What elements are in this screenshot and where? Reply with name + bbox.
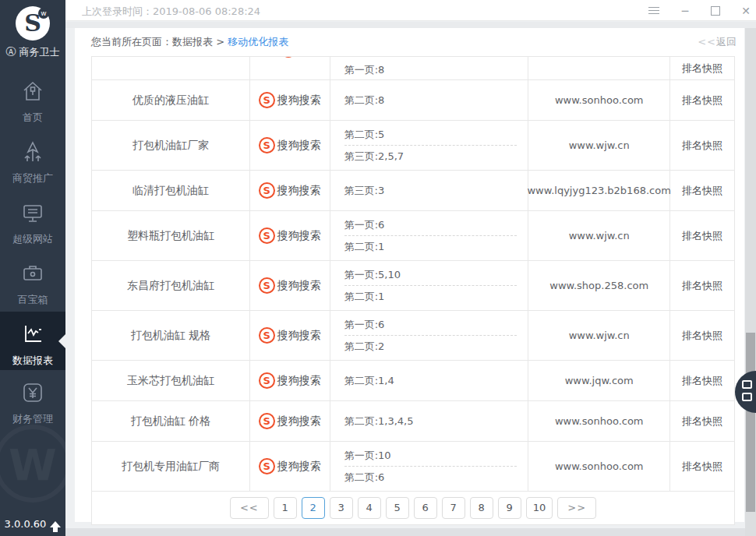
pagination-page-3[interactable]: 3 — [330, 497, 353, 519]
rank-line: 第三页:3 — [344, 180, 518, 201]
search-engine-label: 搜狗搜索 — [277, 93, 321, 108]
pagination-page-8[interactable]: 8 — [470, 497, 493, 519]
snapshot-link[interactable]: 排名快照 — [670, 361, 734, 400]
keyword-cell: 优质的液压油缸 — [92, 80, 250, 120]
minimize-icon[interactable]: ─ — [680, 5, 691, 16]
home-icon — [21, 91, 44, 106]
rank-cell: 第二页:5第三页:2,5,7 — [330, 121, 529, 170]
snapshot-link[interactable]: 排名快照 — [670, 121, 734, 170]
maximize-icon[interactable] — [711, 6, 720, 16]
update-arrow-icon[interactable] — [50, 521, 61, 527]
back-angles: << — [698, 36, 716, 48]
snapshot-link[interactable]: 排名快照 — [670, 311, 734, 360]
sidebar-item-数据报表[interactable]: 数据报表 — [0, 312, 65, 370]
sogou-icon: S — [259, 372, 275, 389]
pagination-next-button[interactable]: >> — [557, 497, 596, 519]
sidebar-item-百宝箱[interactable]: 百宝箱 — [0, 251, 65, 312]
search-engine-cell: S搜狗搜索 — [250, 80, 330, 120]
content-panel: 您当前所在页面：数据报表 > 移动优化报表 <<返回 第一页:8排名快照优质的液… — [75, 28, 744, 522]
active-indicator-arrow — [58, 334, 65, 348]
window-titlebar: 上次登录时间：2019-08-06 08:28:24 ─ ✕ — [65, 0, 756, 21]
rank-line: 第一页:10 — [344, 445, 518, 467]
search-engine-cell: S搜狗搜索 — [250, 261, 330, 310]
table-row: 打包机专用油缸厂商S搜狗搜索第一页:10第二页:6www.sonhoo.com排… — [92, 442, 734, 492]
rank-cell: 第二页:8 — [330, 80, 529, 120]
version-label: 3.0.0.60 — [5, 518, 47, 530]
breadcrumb-current[interactable]: 移动优化报表 — [228, 36, 288, 48]
watermark-logo: W — [0, 425, 72, 503]
rank-cell: 第一页:10第二页:6 — [330, 442, 529, 491]
sogou-icon: S — [259, 182, 275, 199]
sogou-icon: S — [259, 277, 275, 294]
search-engine-cell: S搜狗搜索 — [250, 401, 330, 441]
search-engine-cell: S搜狗搜索 — [250, 171, 330, 210]
pagination-page-1[interactable]: 1 — [274, 497, 297, 519]
snapshot-link[interactable]: 排名快照 — [670, 80, 734, 120]
rank-line: 第二页:1,3,4,5 — [344, 411, 518, 432]
toolbox-icon — [21, 273, 44, 288]
back-link[interactable]: <<返回 — [698, 35, 737, 49]
version-row: 3.0.0.60 — [0, 518, 65, 530]
sidebar-nav: 首页商贸推广超级网站百宝箱数据报表财务管理 — [0, 69, 65, 431]
keyword-cell: 玉米芯打包机油缸 — [92, 361, 250, 400]
snapshot-link[interactable]: 排名快照 — [670, 211, 734, 260]
pagination-page-6[interactable]: 6 — [414, 497, 437, 519]
snapshot-link[interactable]: 排名快照 — [670, 57, 734, 79]
qr-icon — [742, 393, 752, 401]
ranking-table: 第一页:8排名快照优质的液压油缸S搜狗搜索第二页:8www.sonhoo.com… — [91, 56, 735, 525]
snapshot-link[interactable]: 排名快照 — [670, 442, 734, 491]
pagination: <<12345678910>> — [92, 492, 734, 524]
sidebar-item-财务管理[interactable]: 财务管理 — [0, 370, 65, 431]
rank-cell: 第二页:1,3,4,5 — [330, 401, 529, 441]
search-engine-cell: S搜狗搜索 — [250, 211, 330, 260]
snapshot-link[interactable]: 排名快照 — [670, 171, 734, 210]
sidebar-item-label: 百宝箱 — [0, 293, 65, 307]
site-cell — [528, 57, 670, 79]
site-cell: www.lqyjyg123.b2b168.com — [528, 171, 670, 210]
search-engine-cell: S搜狗搜索 — [250, 121, 330, 170]
pagination-page-10[interactable]: 10 — [526, 497, 553, 519]
pagination-page-5[interactable]: 5 — [386, 497, 409, 519]
rank-line: 第二页:1 — [344, 286, 518, 307]
window-controls: ─ ✕ — [648, 0, 751, 21]
table-row: 东昌府打包机油缸S搜狗搜索第一页:5,10第二页:1www.shop.258.c… — [92, 261, 734, 311]
breadcrumb-separator: > — [216, 36, 224, 48]
sidebar-item-label: 超级网站 — [0, 232, 65, 246]
pagination-page-9[interactable]: 9 — [498, 497, 521, 519]
sidebar-item-超级网站[interactable]: 超级网站 — [0, 190, 65, 251]
snapshot-link[interactable]: 排名快照 — [670, 261, 734, 310]
site-cell: www.shop.258.com — [528, 261, 670, 310]
pagination-page-4[interactable]: 4 — [358, 497, 381, 519]
rank-cell: 第一页:6第二页:1 — [330, 211, 529, 260]
keyword-cell: 东昌府打包机油缸 — [92, 261, 250, 310]
site-cell: www.wjw.cn — [528, 311, 670, 360]
search-engine-label: 搜狗搜索 — [277, 184, 321, 198]
sidebar-item-商贸推广[interactable]: 商贸推广 — [0, 129, 65, 190]
site-cell: www.sonhoo.com — [528, 442, 670, 491]
menu-icon[interactable] — [648, 5, 659, 16]
site-cell: www.wjw.cn — [528, 121, 670, 170]
site-cell: www.sonhoo.com — [528, 80, 670, 120]
qr-icon — [742, 380, 752, 389]
vertical-scrollbar[interactable] — [745, 28, 756, 536]
pagination-page-2[interactable]: 2 — [302, 497, 325, 519]
rank-line: 第二页:8 — [344, 90, 518, 111]
search-engine-label: 搜狗搜索 — [277, 414, 321, 428]
pagination-page-7[interactable]: 7 — [442, 497, 465, 519]
finance-icon — [21, 393, 44, 407]
pagination-prev-button[interactable]: << — [230, 497, 269, 519]
rank-line: 第二页:1 — [344, 236, 518, 257]
keyword-cell: 塑料瓶打包机油缸 — [92, 211, 250, 260]
rank-line: 第一页:5,10 — [344, 264, 518, 286]
keyword-cell: 打包机油缸 价格 — [92, 401, 250, 441]
snapshot-link[interactable]: 排名快照 — [670, 401, 734, 441]
site-cell: www.sonhoo.com — [528, 401, 670, 441]
rank-line: 第二页:6 — [344, 467, 518, 488]
topbar-divider — [65, 22, 756, 28]
search-engine-label: 搜狗搜索 — [277, 374, 321, 388]
sidebar-item-首页[interactable]: 首页 — [0, 69, 65, 129]
rank-line: 第一页:6 — [344, 314, 518, 336]
scrollbar-thumb[interactable] — [746, 333, 755, 512]
rank-line: 第二页:1,4 — [344, 370, 518, 391]
close-icon[interactable]: ✕ — [740, 5, 751, 16]
